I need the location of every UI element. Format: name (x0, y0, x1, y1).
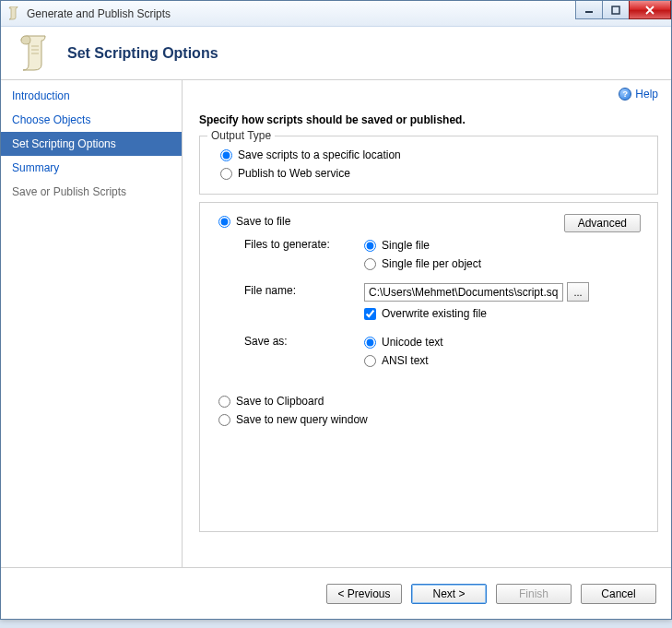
scroll-icon (14, 33, 54, 74)
sidebar-item-introduction[interactable]: Introduction (1, 84, 182, 108)
radio-save-location[interactable]: Save scripts to a specific location (211, 146, 646, 164)
radio-single-file-input[interactable] (364, 240, 376, 252)
save-options-group: Advanced Save to file Files to generate: (199, 202, 658, 532)
radio-unicode-input[interactable] (364, 337, 376, 349)
radio-save-to-file-label: Save to file (236, 215, 290, 228)
radio-publish-web[interactable]: Publish to Web service (211, 164, 646, 183)
wizard-footer: < Previous Next > Finish Cancel (1, 567, 671, 619)
sidebar-item-choose-objects[interactable]: Choose Objects (1, 108, 182, 132)
files-to-generate-label: Files to generate: (244, 236, 364, 251)
radio-ansi-label: ANSI text (382, 354, 429, 367)
sidebar-item-set-scripting-options[interactable]: Set Scripting Options (1, 132, 182, 156)
finish-button[interactable]: Finish (496, 584, 572, 604)
radio-save-to-clipboard-label: Save to Clipboard (236, 395, 324, 408)
content-pane: ? Help Specify how scripts should be sav… (183, 80, 671, 567)
overwrite-checkbox[interactable] (364, 308, 376, 320)
cancel-button[interactable]: Cancel (581, 584, 656, 604)
radio-save-to-clipboard-input[interactable] (218, 396, 230, 408)
window-title: Generate and Publish Scripts (27, 7, 171, 20)
radio-single-file-label: Single file (382, 239, 430, 252)
window-controls (576, 1, 671, 19)
sidebar-item-save-or-publish[interactable]: Save or Publish Scripts (1, 180, 182, 204)
radio-save-to-new-query-input[interactable] (218, 414, 230, 426)
wizard-header: Set Scripting Options (1, 27, 671, 80)
help-icon: ? (619, 88, 631, 101)
radio-ansi-input[interactable] (364, 355, 376, 367)
radio-publish-web-input[interactable] (220, 168, 232, 180)
overwrite-label: Overwrite existing file (382, 307, 487, 320)
output-type-group: Output Type Save scripts to a specific l… (199, 136, 658, 195)
next-button[interactable]: Next > (411, 584, 487, 604)
radio-save-to-clipboard[interactable]: Save to Clipboard (218, 392, 646, 410)
file-name-label: File name: (244, 282, 364, 297)
radio-save-to-new-query[interactable]: Save to new query window (218, 410, 646, 429)
radio-single-file-per-object-input[interactable] (364, 258, 376, 270)
radio-save-to-file-input[interactable] (218, 216, 230, 228)
wizard-window: Generate and Publish Scripts Set Scrip (0, 0, 672, 620)
output-type-legend: Output Type (207, 129, 275, 142)
help-link[interactable]: ? Help (619, 88, 658, 101)
radio-save-location-input[interactable] (220, 149, 232, 161)
file-name-input[interactable] (364, 283, 563, 302)
radio-unicode-label: Unicode text (382, 336, 443, 349)
titlebar: Generate and Publish Scripts (1, 1, 671, 27)
browse-button[interactable]: ... (567, 282, 589, 302)
help-label: Help (635, 88, 658, 101)
radio-single-file-per-object[interactable]: Single file per object (364, 255, 646, 273)
radio-single-file[interactable]: Single file (364, 236, 646, 255)
svg-rect-1 (612, 6, 619, 14)
previous-button[interactable]: < Previous (326, 584, 402, 604)
overwrite-checkbox-row[interactable]: Overwrite existing file (364, 307, 646, 320)
advanced-button[interactable]: Advanced (564, 214, 641, 232)
sidebar: Introduction Choose Objects Set Scriptin… (1, 80, 183, 567)
svg-rect-0 (585, 11, 593, 13)
radio-unicode-text[interactable]: Unicode text (364, 333, 646, 351)
radio-ansi-text[interactable]: ANSI text (364, 351, 646, 370)
maximize-button[interactable] (602, 1, 630, 19)
app-icon (6, 6, 21, 21)
save-as-label: Save as: (244, 333, 364, 348)
wizard-body: Introduction Choose Objects Set Scriptin… (1, 80, 671, 567)
page-title: Set Scripting Options (67, 45, 218, 62)
radio-publish-web-label: Publish to Web service (238, 167, 350, 180)
radio-save-location-label: Save scripts to a specific location (238, 148, 401, 161)
sidebar-item-summary[interactable]: Summary (1, 156, 182, 180)
close-button[interactable] (629, 1, 671, 19)
minimize-button[interactable] (575, 1, 603, 19)
radio-single-file-per-object-label: Single file per object (382, 257, 481, 270)
instruction-text: Specify how scripts should be saved or p… (199, 113, 658, 126)
radio-save-to-new-query-label: Save to new query window (236, 413, 368, 426)
